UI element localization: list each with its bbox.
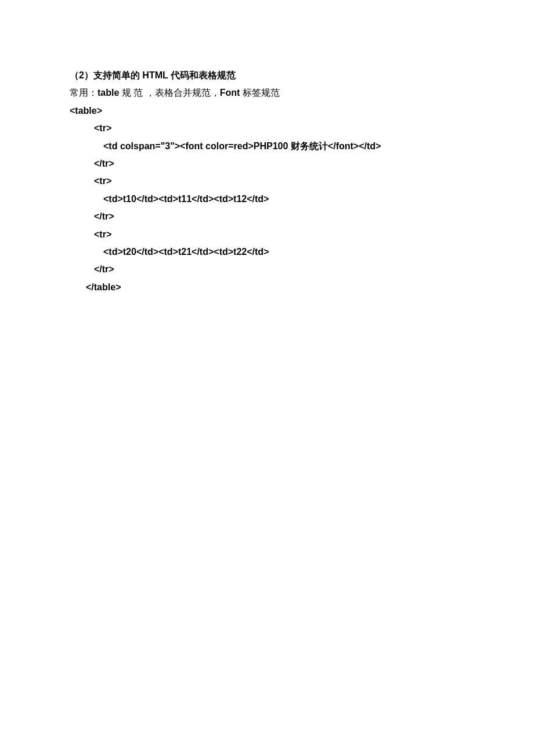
subheading-suffix: 标签规范 — [240, 88, 279, 98]
subheading-line: 常用：table 规 范 ，表格合并规范，Font 标签规范 — [70, 84, 464, 102]
code-line-10: </tr> — [70, 261, 464, 278]
code-line-8: <tr> — [70, 226, 464, 243]
section-heading: （2）支持简单的 HTML 代码和表格规范 — [70, 67, 464, 84]
subheading-keyword-table: table — [98, 88, 119, 98]
code-line-3: <td colspan="3"><font color=red>PHP100 财… — [70, 138, 464, 155]
subheading-prefix: 常用： — [70, 88, 98, 98]
code-line-7: </tr> — [70, 208, 464, 225]
code-line-5: <tr> — [70, 172, 464, 190]
subheading-mid1: 规 范 ， — [119, 88, 154, 98]
code-line-9: <td>t20</td><td>t21</td><td>t22</td> — [70, 243, 464, 261]
code-line-1: <table> — [70, 102, 464, 120]
heading-number: （2） — [70, 70, 93, 80]
code-line-4: </tr> — [70, 155, 464, 172]
heading-text: 支持简单的 HTML 代码和表格规范 — [93, 70, 236, 80]
code-line-2: <tr> — [70, 120, 464, 137]
subheading-mid2: 表格合并规范， — [155, 88, 220, 98]
subheading-keyword-font: Font — [220, 88, 240, 98]
code-line-11: </table> — [70, 279, 464, 296]
code-line-6: <td>t10</td><td>t11</td><td>t12</td> — [70, 190, 464, 208]
